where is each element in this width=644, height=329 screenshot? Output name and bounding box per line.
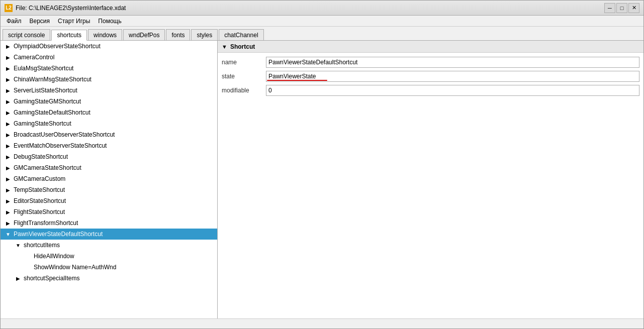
tree-label-shortcutspecial: shortcutSpecialItems [24, 275, 79, 282]
tree-item-tempstate[interactable]: ▶ TempStateShortcut [1, 184, 217, 195]
tree-item-shortcutspecial[interactable]: ▶ shortcutSpecialItems [1, 273, 217, 284]
property-input-modifiable[interactable] [266, 85, 639, 96]
tree-label-broadcastuser: BroadcastUserObserverStateShortcut [14, 131, 115, 138]
red-underline [267, 80, 327, 81]
tree-label-pawnviewer: PawnViewerStateDefaultShortcut [14, 231, 103, 238]
tree-label-gmcamerastate: GMCameraStateShortcut [14, 164, 81, 171]
status-bar [1, 318, 643, 328]
tree-item-camera[interactable]: ▶ CameraControl [1, 52, 217, 63]
tree-label-flighttransform: FlightTransformShortcut [14, 220, 78, 227]
tree-label-gamingdefault: GamingStateDefaultShortcut [14, 109, 90, 116]
tree-item-gaminggm[interactable]: ▶ GamingStateGMShortcut [1, 96, 217, 107]
tree-label-eula: EulaMsgStateShortcut [14, 65, 73, 72]
tab-windows[interactable]: windows [88, 29, 122, 40]
expand-icon-camera: ▶ [5, 54, 12, 61]
tabs-bar: script console shortcuts windows wndDefP… [1, 27, 643, 41]
expand-icon-editorstate: ▶ [5, 197, 12, 204]
tree-label-debugstate: DebugStateShortcut [14, 153, 68, 160]
property-label-state: state [222, 73, 262, 80]
property-input-name[interactable] [266, 57, 639, 68]
tree-item-debugstate[interactable]: ▶ DebugStateShortcut [1, 151, 217, 162]
property-row-state: state [222, 71, 639, 82]
tab-script-console[interactable]: script console [3, 29, 50, 40]
expand-icon-debugstate: ▶ [5, 153, 12, 160]
tree-item-eula[interactable]: ▶ EulaMsgStateShortcut [1, 63, 217, 74]
tree-item-eventmatch[interactable]: ▶ EventMatchObserverStateShortcut [1, 140, 217, 151]
tree-label-eventmatch: EventMatchObserverStateShortcut [14, 142, 107, 149]
expand-icon-olympiad: ▶ [5, 43, 12, 50]
properties-panel: name state modifiable [218, 53, 643, 100]
tree-item-editorstate[interactable]: ▶ EditorStateShortcut [1, 195, 217, 206]
menu-version[interactable]: Версия [26, 17, 54, 26]
tree-item-broadcastuser[interactable]: ▶ BroadcastUserObserverStateShortcut [1, 129, 217, 140]
tree-scroll-inner[interactable]: ▶ OlympiadObserverStateShortcut ▶ Camera… [1, 41, 217, 318]
menu-start-game[interactable]: Старт Игры [54, 17, 94, 26]
tree-label-gaminggm: GamingStateGMShortcut [14, 98, 81, 105]
tree-item-shortcutitems[interactable]: ▼ shortcutItems [1, 240, 217, 251]
title-bar-text: File: C:\LINEAGE2\System\Interface.xdat [16, 5, 604, 12]
menu-file[interactable]: Файл [3, 17, 26, 26]
expand-icon-china: ▶ [5, 76, 12, 83]
expand-icon-tempstate: ▶ [5, 186, 12, 193]
maximize-button[interactable]: □ [616, 3, 627, 13]
tree-label-shortcutitems: shortcutItems [24, 242, 60, 249]
property-label-name: name [222, 59, 262, 66]
tab-shortcuts[interactable]: shortcuts [51, 30, 87, 41]
expand-icon-gmcamerastate: ▶ [5, 164, 12, 171]
tree-label-flightstate: FlightStateShortcut [14, 208, 65, 215]
tab-wnddefpos[interactable]: wndDefPos [123, 29, 165, 40]
tab-chatchannel[interactable]: chatChannel [219, 29, 263, 40]
tree-item-gamingdefault[interactable]: ▶ GamingStateDefaultShortcut [1, 107, 217, 118]
tree-item-olympiad[interactable]: ▶ OlympiadObserverStateShortcut [1, 41, 217, 52]
tree-label-gmcameracustom: GMCameraCustom [14, 175, 65, 182]
tree-label-hideallwindow: HideAllWindow [34, 253, 74, 260]
tree-label-editorstate: EditorStateShortcut [14, 197, 66, 204]
expand-icon-shortcutspecial: ▶ [15, 275, 22, 282]
expand-icon-eventmatch: ▶ [5, 142, 12, 149]
title-bar: L2 File: C:\LINEAGE2\System\Interface.xd… [1, 1, 643, 16]
expand-icon-flightstate: ▶ [5, 208, 12, 215]
tree-item-pawnviewer[interactable]: ▼ PawnViewerStateDefaultShortcut [1, 229, 217, 240]
expand-icon-gamingdefault: ▶ [5, 109, 12, 116]
expand-icon-eula: ▶ [5, 65, 12, 72]
menu-help[interactable]: Помощь [94, 17, 125, 26]
expand-icon-gmcameracustom: ▶ [5, 175, 12, 182]
expand-icon-flighttransform: ▶ [5, 220, 12, 227]
app-icon: L2 [5, 4, 13, 12]
expand-icon-shortcutitems: ▼ [15, 242, 22, 249]
tree-item-gmcamerastate[interactable]: ▶ GMCameraStateShortcut [1, 162, 217, 173]
expand-icon-serverlist: ▶ [5, 87, 12, 94]
property-label-modifiable: modifiable [222, 87, 262, 94]
state-field-wrapper [266, 71, 639, 82]
tree-label-china: ChinaWarnMsgStateShortcut [14, 76, 91, 83]
tree-label-olympiad: OlympiadObserverStateShortcut [14, 43, 101, 50]
tree-item-gmcameracustom[interactable]: ▶ GMCameraCustom [1, 173, 217, 184]
left-panel: ▶ OlympiadObserverStateShortcut ▶ Camera… [1, 41, 218, 318]
title-bar-controls: ─ □ ✕ [604, 3, 639, 13]
tree-label-gamingstate: GamingStateShortcut [14, 120, 71, 127]
tree-item-hideallwindow[interactable]: HideAllWindow [1, 251, 217, 262]
app-icon-text: L2 [6, 5, 12, 11]
tree-scroll-wrapper: ▶ OlympiadObserverStateShortcut ▶ Camera… [1, 41, 217, 318]
main-window: L2 File: C:\LINEAGE2\System\Interface.xd… [0, 0, 644, 329]
expand-icon-gaminggm: ▶ [5, 98, 12, 105]
tree-item-showwindow[interactable]: ShowWindow Name=AuthWnd [1, 262, 217, 273]
collapse-icon: ▼ [222, 44, 227, 50]
property-row-name: name [222, 57, 639, 68]
menu-bar: Файл Версия Старт Игры Помощь [1, 16, 643, 27]
tab-fonts[interactable]: fonts [166, 29, 190, 40]
minimize-button[interactable]: ─ [604, 3, 615, 13]
tree-item-flightstate[interactable]: ▶ FlightStateShortcut [1, 206, 217, 217]
tree-label-serverlist: ServerListStateShortcut [14, 87, 77, 94]
tree-item-serverlist[interactable]: ▶ ServerListStateShortcut [1, 85, 217, 96]
tree-item-china[interactable]: ▶ ChinaWarnMsgStateShortcut [1, 74, 217, 85]
right-panel-header: ▼ Shortcut [218, 41, 643, 53]
expand-icon-gamingstate: ▶ [5, 120, 12, 127]
tree-label-tempstate: TempStateShortcut [14, 186, 65, 193]
expand-icon-broadcastuser: ▶ [5, 131, 12, 138]
tree-item-flighttransform[interactable]: ▶ FlightTransformShortcut [1, 217, 217, 229]
property-row-modifiable: modifiable [222, 85, 639, 96]
close-button[interactable]: ✕ [628, 3, 639, 13]
tree-item-gamingstate[interactable]: ▶ GamingStateShortcut [1, 118, 217, 129]
tab-styles[interactable]: styles [191, 29, 218, 40]
